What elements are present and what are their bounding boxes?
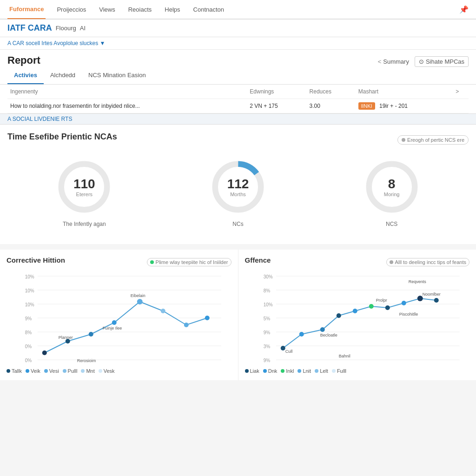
- svg-point-46: [320, 327, 324, 332]
- legend-vesk: Vesk: [99, 368, 115, 374]
- svg-text:10%: 10%: [25, 288, 34, 293]
- legend-mnt: Mnt: [81, 368, 94, 374]
- nav-fuformance[interactable]: Fuformance: [7, 0, 46, 19]
- donut-number-1: 110: [73, 177, 95, 192]
- svg-text:9%: 9%: [263, 330, 270, 335]
- legend-label-vesk: Vesk: [104, 368, 115, 374]
- donut-section-title: Time Esefibe Prientic NCAs: [7, 132, 117, 142]
- chart-area-2: 30% 8% 10% 5% 9% 3% 9%: [245, 271, 470, 364]
- nav-reoiacts[interactable]: Reoiacts: [126, 0, 154, 19]
- legend-vesi: Vesi: [44, 368, 59, 374]
- legend-dot-vesk: [99, 369, 102, 373]
- legend-label-tallk: Tallk: [12, 368, 22, 374]
- legend-label-mnt: Mnt: [86, 368, 94, 374]
- col-mashart: Mashart: [356, 85, 453, 99]
- svg-text:10%: 10%: [25, 274, 34, 279]
- status-badge: lINKI: [358, 102, 375, 110]
- tab-activies[interactable]: Activies: [7, 67, 44, 84]
- row-reduces: 3.00: [307, 99, 356, 113]
- tab-ncs-mination[interactable]: NCS Mination Easion: [82, 67, 152, 84]
- svg-text:9%: 9%: [25, 316, 32, 321]
- donut-item-3: 8 Moring NCS: [362, 157, 422, 227]
- legend-veik: Veik: [26, 368, 40, 374]
- donut-number-2: 112: [227, 177, 249, 192]
- svg-text:Planner: Planner: [59, 335, 73, 340]
- chart-title-2: Gffence: [245, 256, 271, 264]
- svg-text:0%: 0%: [25, 344, 32, 349]
- svg-text:Prolpr: Prolpr: [376, 298, 387, 303]
- sub-nav-ai[interactable]: AI: [80, 25, 86, 32]
- svg-text:Noomlber: Noomlber: [422, 292, 440, 297]
- legend-lnit: Lnit: [298, 368, 311, 374]
- logo: IATF CARA: [7, 23, 52, 33]
- svg-text:Cull: Cull: [285, 349, 292, 354]
- donut-legend-button[interactable]: Ereogh of pertic NCS ere: [397, 135, 469, 145]
- legend-dot-inkl: [281, 369, 284, 373]
- svg-point-50: [385, 305, 390, 310]
- svg-point-47: [336, 313, 341, 318]
- nav-views[interactable]: Views: [97, 0, 117, 19]
- svg-text:Becloatle: Becloatle: [320, 333, 337, 337]
- chart-area-1: 10% 10% 10% 9% 8% 0% 0%: [7, 271, 231, 364]
- donut-label-3: NCS: [386, 221, 397, 227]
- svg-text:9%: 9%: [263, 358, 270, 363]
- svg-point-24: [184, 323, 189, 327]
- legend-label-lelt: Lelt: [320, 368, 328, 374]
- chart-legend-text-2: Alll to deeling incc tips of feants: [395, 259, 466, 265]
- chart-legend-btn-2[interactable]: Alll to deeling incc tips of feants: [386, 258, 469, 266]
- legend-dot-veik: [26, 369, 29, 373]
- breadcrumb-text: A CAR socell Irtes Avoplolue sluckes ▼: [7, 40, 105, 46]
- sub-header: IATF CARA Floourg AI: [0, 20, 476, 37]
- nav-proijeccios[interactable]: Proijeccios: [55, 0, 88, 19]
- summary-button[interactable]: < Summary: [378, 58, 409, 65]
- svg-text:Rerosioim: Rerosioim: [77, 358, 96, 363]
- chart-legend-btn-1[interactable]: Plime wlay teepiite hic of Iniilder: [147, 258, 231, 266]
- pin-icon[interactable]: 📌: [459, 6, 469, 13]
- chevron-left-icon: <: [378, 58, 382, 65]
- svg-text:Piscohitlle: Piscohitlle: [399, 312, 418, 317]
- page-header: Report < Summary ⊙ Sihate MPCas: [0, 50, 476, 67]
- main-table: Ingennenty Edwnings Reduces Mashart > Ho…: [7, 85, 469, 113]
- legend-label-fulll: Fulll: [337, 368, 346, 374]
- svg-text:30%: 30%: [263, 274, 272, 279]
- donut-item-1: 110 Eterers The Infently agan: [54, 157, 114, 227]
- nav-helps[interactable]: Helps: [163, 0, 182, 19]
- svg-point-48: [352, 309, 357, 313]
- svg-point-22: [137, 299, 143, 304]
- top-nav: Fuformance Proijeccios Views Reoiacts He…: [0, 0, 476, 20]
- donuts-row: 110 Eterers The Infently agan 112 Morths: [7, 147, 469, 237]
- legend-liak: Liak: [245, 368, 259, 374]
- share-button[interactable]: ⊙ Sihate MPCas: [415, 56, 469, 67]
- svg-text:Fuinje Ilee: Fuinje Ilee: [103, 326, 122, 331]
- table-row[interactable]: How to nolalding.nor frasementin for inb…: [7, 99, 469, 113]
- tab-alchdedd[interactable]: Alchdedd: [44, 67, 82, 84]
- sub-nav-floourg[interactable]: Floourg: [56, 25, 76, 32]
- grey-dot-icon: [390, 260, 393, 264]
- row-mashart: lINKI 19ir + - 201: [356, 99, 453, 113]
- legend-dot-dnk: [263, 369, 267, 373]
- nav-contnacton[interactable]: Contnacton: [192, 0, 226, 19]
- row-name: How to nolalding.nor frasementin for inb…: [7, 99, 247, 113]
- chart-legend-2: Liak Dnk Inkl Lnit Lelt: [245, 368, 470, 374]
- legend-dot-liak: [245, 369, 249, 373]
- row-action[interactable]: [453, 99, 469, 113]
- svg-text:3%: 3%: [263, 344, 270, 349]
- svg-point-44: [280, 346, 285, 350]
- legend-dot-lnit: [298, 369, 301, 373]
- legend-dnk: Dnk: [263, 368, 278, 374]
- breadcrumb[interactable]: A CAR socell Irtes Avoplolue sluckes ▼: [0, 37, 476, 50]
- legend-fulll: Fulll: [332, 368, 346, 374]
- chart-legend-1: Tallk Veik Vesi Pulll Mnt: [7, 368, 231, 374]
- legend-tallk: Tallk: [7, 368, 22, 374]
- legend-lelt: Lelt: [315, 368, 328, 374]
- svg-text:Eibelain: Eibelain: [131, 293, 145, 298]
- donut-label-2: NCs: [232, 221, 243, 227]
- row-edwnings: 2 VN + 175: [247, 99, 306, 113]
- share-icon: ⊙: [419, 58, 424, 65]
- chart-card-2: Gffence Alll to deeling incc tips of fea…: [238, 250, 476, 380]
- donut-number-3: 8: [384, 177, 400, 192]
- donut-sub-3: Moring: [384, 192, 400, 197]
- legend-label-liak: Liak: [250, 368, 259, 374]
- chevron-right-icon: >: [456, 88, 459, 95]
- legend-label-dnk: Dnk: [268, 368, 278, 374]
